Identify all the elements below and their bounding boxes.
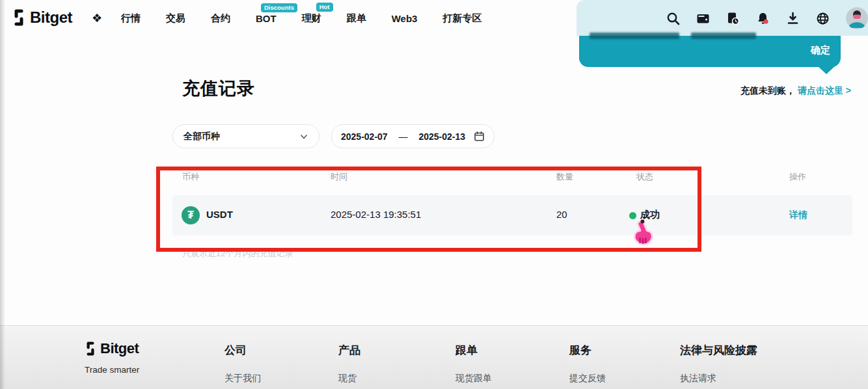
row-amount: 20	[556, 209, 567, 220]
col-header-status: 状态	[636, 171, 653, 183]
date-range-picker[interactable]: 2025-02-07 — 2025-02-13	[331, 124, 495, 148]
coin-filter-select[interactable]: 全部币种	[172, 124, 319, 148]
popup-obscured-text	[590, 33, 679, 39]
calendar-icon	[474, 131, 485, 142]
main-nav: 行情 交易 合约 BOT Discounts 理财 Hot 跟单 Web3 打新…	[121, 0, 481, 36]
footer-bitget-logo: Bitget	[83, 340, 139, 357]
col-header-time: 时间	[331, 171, 347, 183]
footer-col-legal: 法律与风险披露	[680, 343, 757, 358]
brand-name: Bitget	[30, 8, 72, 27]
date-from: 2025-02-07	[341, 131, 388, 142]
deposit-help-line: 充值未到账， 请点击这里 >	[740, 85, 851, 97]
brand-tagline: Trade smarter	[85, 365, 139, 375]
tooltip-popup-tail	[817, 66, 835, 74]
footer-link-spot-copy[interactable]: 现货跟单	[455, 373, 492, 384]
footer-col-services: 服务	[569, 343, 591, 358]
footer-col-company: 公司	[224, 343, 247, 358]
row-detail-link[interactable]: 详情	[789, 209, 807, 221]
bitget-logo-icon	[10, 9, 27, 26]
discounts-badge: Discounts	[261, 3, 297, 12]
nav-earn[interactable]: 理财 Hot	[302, 12, 321, 25]
help-link[interactable]: 请点击这里 >	[798, 85, 851, 96]
user-avatar[interactable]	[846, 7, 868, 29]
footer-link-law-enforcement[interactable]: 执法请求	[680, 373, 716, 384]
confirm-button[interactable]: 确定	[811, 44, 858, 57]
row-time: 2025-02-13 19:35:51	[331, 209, 421, 220]
download-app-icon[interactable]	[786, 12, 800, 25]
footer-link-spot[interactable]: 现货	[338, 373, 357, 384]
date-to: 2025-02-13	[418, 131, 465, 142]
date-separator: —	[399, 131, 408, 142]
coin-filter-value: 全部币种	[183, 131, 220, 142]
page-title: 充值记录	[182, 77, 255, 100]
top-navbar: Bitget ❖ 行情 交易 合约 BOT Discounts 理财 Hot 跟…	[0, 0, 868, 36]
row-status: 成功	[640, 209, 660, 221]
nav-web3[interactable]: Web3	[392, 13, 418, 24]
footer-col-products: 产品	[338, 343, 360, 358]
nav-launchpad[interactable]: 打新专区	[442, 12, 481, 25]
col-header-amount: 数量	[556, 171, 573, 183]
footer-link-feedback[interactable]: 提交反馈	[569, 373, 606, 384]
bitget-logo-icon	[83, 342, 98, 356]
notifications-icon[interactable]	[756, 12, 770, 25]
search-icon[interactable]	[666, 12, 680, 25]
header-icon-group	[666, 0, 868, 36]
order-history-icon[interactable]	[726, 12, 740, 25]
footer-col-copytrading: 跟单	[455, 343, 478, 358]
col-header-action: 操作	[789, 171, 806, 183]
page-footer: Bitget Trade smarter 公司 关于我们 产品 现货 跟单 现货…	[0, 325, 868, 389]
usdt-icon: ₮	[182, 206, 200, 224]
nav-trade[interactable]: 交易	[166, 12, 185, 25]
wallet-icon[interactable]	[696, 12, 710, 25]
nav-markets[interactable]: 行情	[121, 12, 141, 25]
footer-link-about[interactable]: 关于我们	[224, 373, 261, 384]
help-text: 充值未到账，	[740, 85, 795, 96]
chevron-down-icon	[299, 132, 308, 141]
nav-bot[interactable]: BOT Discounts	[256, 13, 277, 24]
hot-badge: Hot	[316, 3, 333, 12]
table-row[interactable]: ₮ USDT 2025-02-13 19:35:51 20 成功 详情	[172, 195, 852, 235]
row-coin: USDT	[206, 209, 233, 220]
tooltip-popup	[579, 36, 841, 67]
apps-grid-icon[interactable]: ❖	[92, 11, 102, 25]
bitget-logo[interactable]: Bitget	[10, 8, 72, 27]
language-globe-icon[interactable]	[816, 12, 830, 25]
bitget-deposit-records-page: 确定 Bitget ❖ 行情 交易 合约 BOT Discounts 理财 Ho…	[0, 0, 868, 389]
table-footnote: 只展示近12个月内的充值记录	[182, 248, 293, 260]
footer-brand-name: Bitget	[100, 340, 139, 357]
popup-obscured-text	[691, 33, 756, 39]
status-success-dot	[629, 212, 636, 219]
nav-copy-trading[interactable]: 跟单	[347, 12, 366, 25]
nav-futures[interactable]: 合约	[211, 12, 230, 25]
col-header-coin: 币种	[182, 171, 199, 183]
